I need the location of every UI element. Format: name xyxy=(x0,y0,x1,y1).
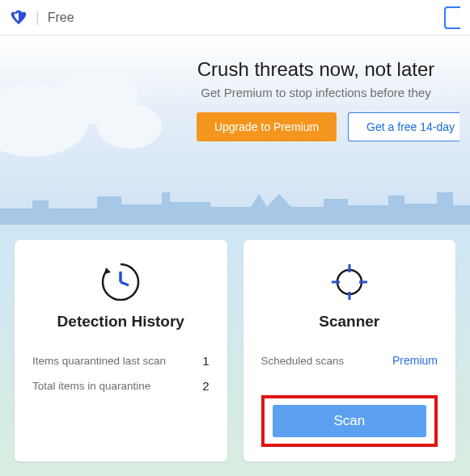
detection-history-card[interactable]: Detection History Items quarantined last… xyxy=(15,240,227,461)
app-logo-icon xyxy=(10,9,28,27)
stat-label: Scheduled scans xyxy=(261,355,345,367)
stat-scheduled-scans: Scheduled scans Premium xyxy=(261,354,438,367)
stat-label: Total items in quarantine xyxy=(32,380,150,392)
stat-value: 2 xyxy=(202,379,209,393)
scanner-title: Scanner xyxy=(261,313,438,331)
svg-point-4 xyxy=(337,270,362,294)
history-title: Detection History xyxy=(32,313,210,331)
history-icon xyxy=(32,261,210,303)
hero-banner: Crush threats now, not later Get Premium… xyxy=(0,36,470,225)
stat-label: Items quarantined last scan xyxy=(32,355,166,367)
app-header: | Free xyxy=(0,0,470,36)
header-action-button[interactable] xyxy=(444,6,460,29)
hero-title: Crush threats now, not later xyxy=(162,58,470,81)
hero-subtitle: Get Premium to stop infections before th… xyxy=(162,86,470,99)
crosshair-icon xyxy=(261,261,438,303)
header-left: | Free xyxy=(10,9,74,27)
upgrade-button[interactable]: Upgrade to Premium xyxy=(197,112,337,141)
stat-total-quarantine: Total items in quarantine 2 xyxy=(32,379,210,393)
scan-button[interactable]: Scan xyxy=(273,405,427,437)
svg-line-3 xyxy=(121,282,129,285)
scan-button-highlight: Scan xyxy=(261,395,438,447)
header-divider: | xyxy=(36,9,40,26)
cards-container: Detection History Items quarantined last… xyxy=(0,225,470,476)
stat-value: 1 xyxy=(202,354,209,368)
skyline-decoration xyxy=(0,184,470,225)
stat-quarantined-last-scan: Items quarantined last scan 1 xyxy=(32,354,210,368)
hero-content: Crush threats now, not later Get Premium… xyxy=(0,36,470,141)
hero-buttons: Upgrade to Premium Get a free 14-day xyxy=(162,112,470,141)
scanner-card[interactable]: Scanner Scheduled scans Premium Scan xyxy=(243,240,456,461)
premium-link[interactable]: Premium xyxy=(392,354,438,367)
tier-label: Free xyxy=(48,11,74,25)
free-trial-button[interactable]: Get a free 14-day xyxy=(348,112,459,141)
